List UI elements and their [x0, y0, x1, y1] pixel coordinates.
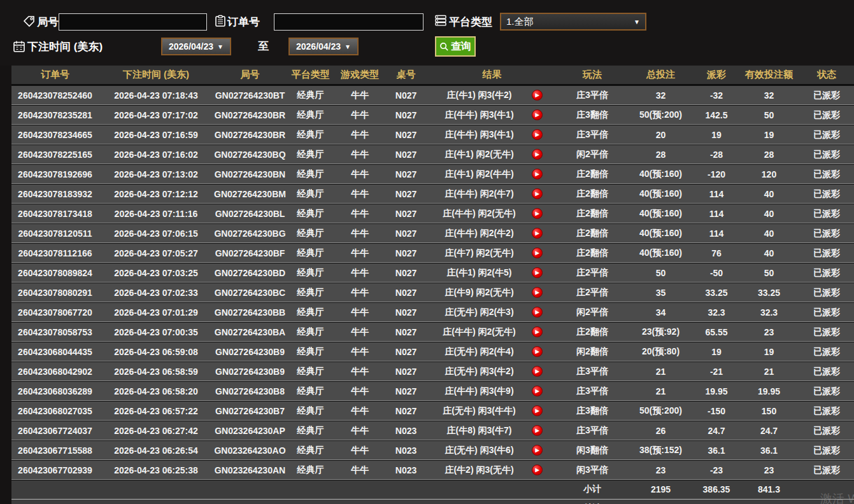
date-to-picker[interactable]: 2026/04/23 ▼	[288, 38, 359, 55]
table-row: 2604230781839322026-04-23 07:12:12GN0272…	[11, 184, 854, 204]
cell-table-no: N027	[385, 243, 427, 263]
cell-result: 庄(牛7) 闲2(无牛)▶	[427, 243, 557, 263]
replay-video-icon[interactable]: ▶	[532, 208, 543, 219]
cell-order-no: 260423067724037	[11, 421, 99, 440]
cell-result: 庄(无牛) 闲3(牛6)▶	[427, 440, 557, 460]
order-no-input[interactable]	[274, 13, 423, 31]
cell-status: 已派彩	[799, 263, 854, 283]
cell-result: 庄(牛2) 闲3(无牛)▶	[427, 460, 557, 480]
cell-platform: 经典厅	[287, 263, 334, 283]
cell-status: 已派彩	[799, 184, 854, 204]
cell-platform: 经典厅	[287, 164, 334, 184]
cell-table-no: N027	[385, 263, 427, 283]
cell-play: 庄2翻倍	[557, 322, 627, 342]
platform-type-select[interactable]: 1.全部 ▼	[500, 13, 646, 31]
cell-valid-bet: 36.1	[739, 440, 799, 460]
cell-play: 庄2翻倍	[557, 164, 627, 184]
replay-video-icon[interactable]: ▶	[532, 188, 543, 199]
date-from-picker[interactable]: 2026/04/23 ▼	[161, 38, 231, 55]
cell-round-no: GN027264230B9	[213, 361, 287, 381]
replay-video-icon[interactable]: ▶	[532, 169, 543, 179]
cell-total-bet: 50(预:200)	[627, 105, 694, 125]
table-row: 2604230680362892026-04-23 06:58:20GN0272…	[11, 381, 854, 401]
cell-status: 已派彩	[799, 421, 854, 440]
table-row: 2604230677029392026-04-23 06:25:38GN0232…	[11, 460, 854, 480]
cell-platform: 经典厅	[287, 342, 334, 361]
round-no-input[interactable]	[59, 13, 207, 31]
cell-valid-bet: 21	[739, 361, 799, 381]
cell-valid-bet: 23	[739, 460, 799, 480]
cell-platform: 经典厅	[287, 283, 334, 302]
platform-type-label: 平台类型	[449, 15, 492, 29]
column-header: 状态	[799, 66, 854, 85]
replay-video-icon[interactable]: ▶	[532, 386, 543, 396]
cell-game: 牛牛	[334, 401, 385, 421]
replay-video-icon[interactable]: ▶	[532, 465, 543, 475]
cell-play: 庄3平倍	[557, 125, 627, 144]
table-row: 2604230781121662026-04-23 07:05:27GN0272…	[11, 243, 854, 263]
cell-play: 闲2平倍	[557, 302, 627, 322]
replay-video-icon[interactable]: ▶	[532, 405, 543, 416]
result-text: 庄(牛牛) 闲3(牛9)	[427, 386, 532, 397]
cell-play: 闲3平倍	[557, 460, 627, 480]
chevron-down-icon: ▼	[345, 43, 351, 50]
replay-video-icon[interactable]: ▶	[532, 366, 543, 377]
replay-video-icon[interactable]: ▶	[532, 307, 543, 318]
total-payout: 606.8	[694, 499, 739, 504]
result-text: 庄(无牛) 闲2(牛3)	[427, 307, 532, 318]
platform-type-value: 1.全部	[506, 16, 534, 28]
result-text: 庄(牛7) 闲2(无牛)	[427, 248, 532, 259]
replay-video-icon[interactable]: ▶	[532, 149, 543, 160]
replay-video-icon[interactable]: ▶	[532, 326, 543, 337]
bet-records-table: 订单号下注时间 (美东)局号平台类型游戏类型桌号结果玩法总投注派彩有效投注额状态…	[11, 66, 854, 504]
cell-round-no: GN027264230BD	[213, 263, 287, 283]
replay-video-icon[interactable]: ▶	[532, 425, 543, 436]
cell-total-bet: 21	[627, 381, 694, 401]
result-text: 庄(无牛) 闲3(牛牛)	[427, 405, 532, 417]
cell-play: 庄3翻倍	[557, 401, 627, 421]
replay-video-icon[interactable]: ▶	[532, 90, 543, 101]
cell-round-no: GN027264230BM	[213, 184, 287, 204]
cell-table-no: N027	[385, 204, 427, 223]
replay-video-icon[interactable]: ▶	[532, 287, 543, 298]
cell-payout: 76	[694, 243, 739, 263]
cell-table-no: N027	[385, 401, 427, 421]
cell-game: 牛牛	[334, 85, 385, 105]
replay-video-icon[interactable]: ▶	[532, 109, 543, 120]
cell-round-no: GN027264230BN	[213, 164, 287, 184]
replay-video-icon[interactable]: ▶	[532, 346, 543, 357]
cell-order-no: 260423078173418	[11, 204, 99, 223]
replay-video-icon[interactable]: ▶	[532, 445, 543, 456]
cell-valid-bet: 32	[739, 85, 799, 105]
cell-round-no: GN027264230BA	[213, 322, 287, 342]
cell-round-no: GN027264230BQ	[213, 144, 287, 164]
column-header: 订单号	[11, 66, 99, 85]
cell-order-no: 260423078067720	[11, 302, 99, 322]
cell-valid-bet: 50	[739, 263, 799, 283]
cell-result: 庄(牛牛) 闲2(无牛)▶	[427, 322, 557, 342]
cell-status: 已派彩	[799, 243, 854, 263]
replay-video-icon[interactable]: ▶	[532, 248, 543, 258]
cell-status: 已派彩	[799, 204, 854, 223]
replay-video-icon[interactable]: ▶	[532, 228, 543, 239]
replay-video-icon[interactable]: ▶	[532, 267, 543, 278]
cell-platform: 经典厅	[287, 322, 334, 342]
total-row: 总计 3454 606.8 1559.95	[11, 499, 854, 504]
table-row: 2604230781205112026-04-23 07:06:15GN0272…	[11, 223, 854, 243]
cell-status: 已派彩	[799, 361, 854, 381]
cell-order-no: 260423078192696	[11, 164, 99, 184]
cell-result: 庄(牛1) 闲2(牛牛)▶	[427, 164, 557, 184]
cell-result: 庄(牛9) 闲2(无牛)▶	[427, 283, 557, 302]
cell-round-no: GN027264230B9	[213, 342, 287, 361]
cell-bet-time: 2026-04-23 07:00:35	[99, 322, 213, 342]
cell-order-no: 260423078089824	[11, 263, 99, 283]
replay-video-icon[interactable]: ▶	[532, 129, 543, 140]
query-button[interactable]: 查询	[435, 36, 476, 57]
cell-total-bet: 21	[627, 361, 694, 381]
cell-payout: -28	[694, 144, 739, 164]
query-button-label: 查询	[451, 40, 471, 53]
cell-total-bet: 38(预:152)	[627, 440, 694, 460]
subtotal-row: 小计 2195 386.35 841.3	[11, 480, 854, 499]
round-no-label: 局号	[37, 15, 59, 29]
cell-total-bet: 35	[627, 283, 694, 302]
